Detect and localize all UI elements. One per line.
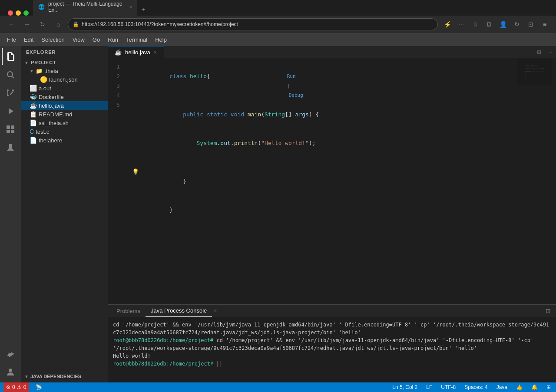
extensions-browser-icon[interactable]: ⚡ [441, 18, 453, 30]
address-bar[interactable]: 🔒 https://192.168.56.103:10443/?token=my… [68, 18, 438, 30]
run-link[interactable]: Run [287, 73, 296, 79]
debug-run-icon[interactable] [2, 102, 19, 120]
activity-bar [0, 46, 21, 382]
ssl-sh-icon: 📄 [30, 119, 37, 126]
list-item[interactable]: 📄 theiahere [21, 136, 108, 145]
menu-help[interactable]: Help [152, 35, 170, 45]
editor-tabs: ☕ helllo.java × ⊟ ··· [108, 46, 556, 59]
menu-run[interactable]: Run [104, 35, 122, 45]
menu-terminal[interactable]: Terminal [122, 35, 151, 45]
position-status[interactable]: Ln 5, Col 2 [391, 384, 419, 390]
language-status[interactable]: Java [495, 384, 509, 390]
code-area[interactable]: class hello{ Run | Debug public static v… [125, 59, 517, 304]
sync-icon[interactable]: ↻ [511, 18, 523, 30]
account-icon[interactable] [2, 363, 19, 381]
tab-close-icon[interactable]: × [154, 49, 157, 56]
extensions-icon[interactable] [2, 121, 19, 138]
theiahere-icon: 📄 [30, 137, 37, 144]
test-flask-icon[interactable] [2, 139, 19, 156]
feedback-icon[interactable]: 👍 [514, 384, 524, 390]
profile-icon[interactable]: 👤 [497, 18, 509, 30]
param-args: args [295, 111, 309, 118]
close-window-button[interactable] [8, 10, 13, 16]
spaces-status[interactable]: Spaces: 4 [463, 384, 489, 390]
line-num-1: 1 [111, 62, 120, 72]
pip-icon[interactable]: ⊡ [525, 18, 537, 30]
type-string: String [265, 111, 285, 118]
broadcast-status[interactable]: 📡 [34, 384, 44, 390]
bell-icon[interactable]: 🔔 [530, 384, 539, 390]
home-button[interactable]: ⌂ [52, 18, 64, 30]
panel-maximize-button[interactable]: ⊡ [544, 306, 553, 316]
list-item[interactable]: ⬜ a.out [21, 84, 108, 92]
split-editor-button[interactable]: ⊟ [533, 47, 545, 57]
svg-point-10 [9, 369, 12, 372]
helllo-java-tab[interactable]: ☕ helllo.java × [108, 46, 164, 58]
code-editor[interactable]: 1 2 3 4 5 class hello{ Run | Debug [108, 59, 556, 304]
bookmark-button[interactable]: ☆ [469, 18, 481, 30]
list-item[interactable]: 🟡 launch.json [21, 75, 108, 84]
tab-close-button[interactable]: × [129, 4, 132, 10]
problems-tab[interactable]: Problems [111, 305, 146, 317]
terminal-output[interactable]: cd '/home/project' && env '/usr/lib/jvm/… [108, 317, 556, 382]
dot2: . [231, 140, 234, 146]
theia-folder-item[interactable]: ▼ 📁 .theia [21, 67, 108, 75]
aout-icon: ⬜ [30, 85, 37, 92]
class-name: hello [190, 73, 207, 79]
debug-link[interactable]: Debug [289, 92, 303, 98]
maximize-window-button[interactable] [23, 10, 29, 16]
line-num-3: 3 [111, 81, 120, 91]
helllo-java-item[interactable]: ☕ helllo.java [21, 101, 108, 110]
dockerfile-icon: 🐳 [30, 93, 37, 100]
browser-nav-icons: ⚡ ··· ☆ 🖥 👤 ↻ ⊡ ≡ [441, 18, 551, 30]
error-count: 0 [12, 384, 15, 390]
reload-button[interactable]: ↻ [36, 18, 49, 30]
settings-icon[interactable] [2, 346, 19, 363]
search-icon[interactable] [2, 66, 19, 83]
project-section[interactable]: ▼ PROJECT [21, 58, 108, 67]
forward-button[interactable]: → [21, 18, 33, 30]
launch-json-icon: 🟡 [40, 76, 47, 83]
code-line-3: System.out.println("Hello world!"); [125, 129, 517, 158]
menu-view[interactable]: View [69, 35, 88, 45]
files-icon[interactable] [2, 48, 19, 65]
readme-icon: 📋 [30, 111, 37, 118]
svg-point-2 [7, 95, 9, 96]
encoding-status[interactable]: UTF-8 [439, 384, 457, 390]
project-chevron: ▼ [24, 60, 29, 65]
browser-tab-active[interactable]: 🌐 project — Theia Multi-Language Ex... × [33, 0, 137, 16]
svg-rect-8 [7, 130, 10, 133]
java-dependencies-section[interactable]: ▼ JAVA DEPENDENCIES [24, 372, 104, 381]
list-item[interactable]: 📄 ssl_theia.sh [21, 119, 108, 127]
java-console-tab[interactable]: Java Process Console [146, 305, 212, 317]
lightbulb-icon[interactable]: 💡 [132, 167, 139, 177]
git-icon[interactable] [2, 84, 19, 102]
menu-selection[interactable]: Selection [38, 35, 68, 45]
method-name: main [248, 111, 261, 118]
svg-line-1 [12, 76, 14, 78]
tab-filename: helllo.java [125, 49, 150, 56]
scrollbar[interactable] [552, 59, 556, 304]
new-tab-button[interactable]: + [137, 3, 149, 16]
terminal-line-1: cd '/home/project' && env '/usr/lib/jvm/… [113, 321, 551, 336]
status-errors[interactable]: ⊗ 0 ⚠ 0 [3, 382, 29, 392]
minimize-window-button[interactable] [16, 10, 21, 16]
back-button[interactable]: ← [5, 18, 17, 30]
menu-button[interactable]: ≡ [539, 18, 551, 30]
eol-status[interactable]: LF [424, 384, 434, 390]
menu-file[interactable]: File [3, 35, 20, 45]
list-item[interactable]: C test.c [21, 127, 108, 136]
menu-go[interactable]: Go [89, 35, 103, 45]
status-bar: ⊗ 0 ⚠ 0 📡 Ln 5, Col 2 LF UTF-8 Spaces: 4… [0, 382, 556, 392]
menu-edit[interactable]: Edit [20, 35, 37, 45]
more-actions-button[interactable]: ··· [545, 47, 556, 57]
layout-icon[interactable]: ⊞ [545, 384, 553, 390]
paren: ( [261, 111, 265, 118]
list-item[interactable]: 🐳 Dockerfile [21, 92, 108, 101]
browser-chrome: 🌐 project — Theia Multi-Language Ex... ×… [0, 0, 556, 33]
more-tools-button[interactable]: ··· [455, 18, 467, 30]
broadcast-icon: 📡 [36, 384, 42, 390]
java-console-close[interactable]: × [212, 307, 218, 315]
list-item[interactable]: 📋 README.md [21, 110, 108, 119]
container-icon[interactable]: 🖥 [483, 18, 495, 30]
